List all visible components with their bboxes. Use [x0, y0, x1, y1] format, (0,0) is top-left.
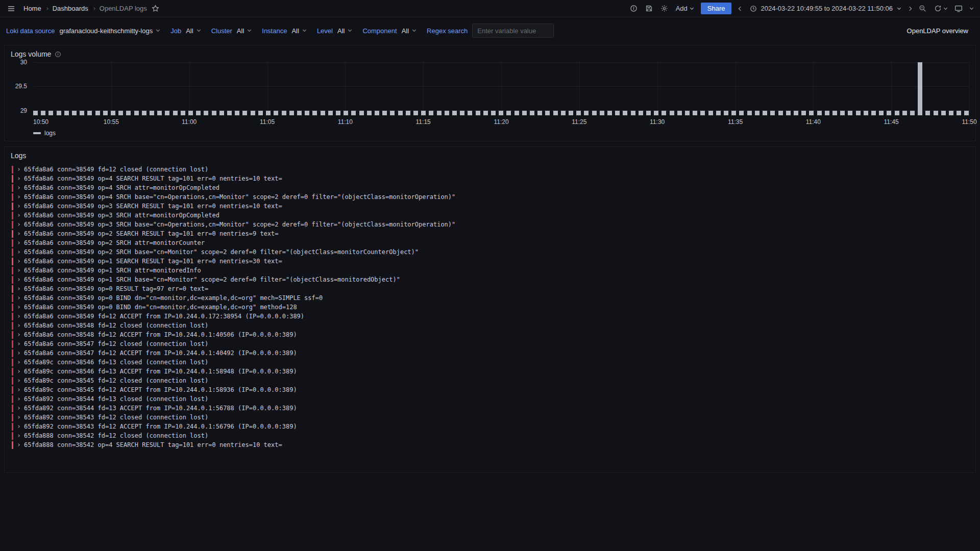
log-row[interactable]: 65fda888 conn=38542 fd=12 closed (connec…	[12, 431, 969, 440]
volume-bar[interactable]	[336, 111, 340, 115]
volume-bar[interactable]	[957, 111, 961, 115]
volume-bar[interactable]	[460, 111, 464, 115]
variable-value-dropdown[interactable]: All	[237, 27, 251, 35]
volume-bar[interactable]	[600, 111, 604, 115]
volume-bar[interactable]	[864, 111, 868, 115]
volume-bar[interactable]	[700, 111, 705, 115]
log-row[interactable]: 65fda8a6 conn=38548 fd=12 ACCEPT from IP…	[12, 330, 969, 339]
volume-bar[interactable]	[934, 111, 938, 115]
variable-value-dropdown[interactable]: All	[337, 27, 351, 35]
volume-bar[interactable]	[902, 111, 907, 115]
log-row[interactable]: 65fda8a6 conn=38549 op=0 BIND dn="cn=mon…	[12, 303, 969, 312]
log-row[interactable]: 65fda8a6 conn=38549 op=2 SRCH attr=monit…	[12, 238, 969, 247]
time-shift-forward-icon[interactable]	[908, 7, 911, 10]
settings-gear-icon[interactable]	[660, 5, 668, 12]
volume-bar[interactable]	[724, 111, 728, 115]
log-row[interactable]: 65fda8a6 conn=38549 op=1 SEARCH RESULT t…	[12, 257, 969, 266]
logs-volume-panel-header[interactable]: Logs volume	[11, 49, 969, 62]
variable-value-dropdown[interactable]: All	[291, 27, 305, 35]
log-row[interactable]: 65fda8a6 conn=38549 fd=12 closed (connec…	[12, 165, 969, 174]
volume-bar[interactable]	[413, 111, 418, 115]
log-row[interactable]: 65fda8a6 conn=38547 fd=12 ACCEPT from IP…	[12, 348, 969, 358]
volume-bar[interactable]	[639, 111, 643, 115]
volume-bar[interactable]	[33, 111, 38, 115]
volume-bar[interactable]	[561, 111, 566, 115]
volume-bar[interactable]	[747, 111, 752, 115]
volume-bar[interactable]	[351, 111, 356, 115]
volume-bar[interactable]	[289, 111, 294, 115]
volume-bar[interactable]	[437, 111, 442, 115]
volume-bar[interactable]	[662, 111, 666, 115]
volume-bar[interactable]	[390, 111, 395, 115]
log-row[interactable]: 65fda8a6 conn=38549 op=3 SEARCH RESULT t…	[12, 202, 969, 211]
volume-bar[interactable]	[445, 111, 449, 115]
volume-bar[interactable]	[731, 111, 736, 115]
log-row[interactable]: 65fda8a6 conn=38549 op=4 SRCH base="cn=O…	[12, 192, 969, 202]
volume-bar[interactable]	[615, 111, 620, 115]
volume-bar[interactable]	[522, 111, 527, 115]
volume-bar[interactable]	[266, 111, 271, 115]
volume-bar[interactable]	[677, 111, 682, 115]
volume-bar[interactable]	[305, 111, 309, 115]
volume-bar[interactable]	[848, 111, 852, 115]
volume-bar[interactable]	[344, 111, 348, 115]
collapse-nav-chevron-icon[interactable]	[970, 8, 973, 9]
panel-info-icon[interactable]	[55, 51, 61, 58]
volume-bar[interactable]	[716, 111, 721, 115]
volume-bar[interactable]	[41, 111, 45, 115]
volume-bar[interactable]	[452, 111, 457, 115]
log-row[interactable]: 65fda89c conn=38545 fd=12 ACCEPT from IP…	[12, 385, 969, 394]
kiosk-mode-monitor-icon[interactable]	[954, 5, 963, 13]
refresh-icon[interactable]	[934, 5, 942, 12]
volume-bar[interactable]	[72, 111, 77, 115]
volume-bar[interactable]	[173, 111, 178, 115]
breadcrumb-dashboards[interactable]: Dashboards	[53, 5, 88, 12]
zoom-out-icon[interactable]	[919, 5, 926, 12]
volume-bar[interactable]	[592, 111, 597, 115]
log-row[interactable]: 65fda892 conn=38544 fd=13 closed (connec…	[12, 394, 969, 404]
volume-bar[interactable]	[181, 111, 185, 115]
log-row[interactable]: 65fda89c conn=38546 fd=13 closed (connec…	[12, 358, 969, 367]
volume-bar[interactable]	[57, 111, 61, 115]
volume-bar[interactable]	[406, 111, 410, 115]
volume-bar[interactable]	[964, 111, 969, 115]
save-dashboard-icon[interactable]	[645, 5, 653, 12]
variable-value-dropdown[interactable]: grafanacloud-keithschmitty-logs	[59, 27, 159, 35]
log-row[interactable]: 65fda8a6 conn=38549 op=2 SRCH base="cn=M…	[12, 247, 969, 257]
log-row[interactable]: 65fda8a6 conn=38549 op=2 SEARCH RESULT t…	[12, 229, 969, 238]
volume-bar[interactable]	[708, 111, 713, 115]
volume-bar[interactable]	[111, 111, 115, 115]
volume-bar[interactable]	[235, 111, 239, 115]
volume-bar[interactable]	[537, 111, 542, 115]
volume-bar[interactable]	[918, 62, 922, 115]
volume-bar[interactable]	[584, 111, 589, 115]
volume-bar[interactable]	[786, 111, 791, 115]
volume-bar[interactable]	[150, 111, 154, 115]
volume-bar[interactable]	[670, 111, 674, 115]
volume-bar[interactable]	[196, 111, 201, 115]
volume-bar[interactable]	[258, 111, 263, 115]
volume-bar[interactable]	[809, 111, 814, 115]
volume-bar[interactable]	[840, 111, 845, 115]
time-shift-back-icon[interactable]	[739, 7, 742, 10]
volume-bar[interactable]	[530, 111, 534, 115]
volume-bar[interactable]	[685, 111, 690, 115]
volume-bar[interactable]	[328, 111, 333, 115]
volume-bar[interactable]	[910, 111, 915, 115]
volume-bar[interactable]	[545, 111, 550, 115]
volume-bar[interactable]	[48, 111, 53, 115]
volume-bar[interactable]	[623, 111, 627, 115]
log-row[interactable]: 65fda8a6 conn=38549 op=3 SRCH attr=monit…	[12, 211, 969, 220]
volume-bar[interactable]	[654, 111, 658, 115]
volume-bar[interactable]	[142, 111, 146, 115]
volume-bar[interactable]	[87, 111, 92, 115]
log-row[interactable]: 65fda892 conn=38543 fd=12 closed (connec…	[12, 413, 969, 422]
volume-bar[interactable]	[219, 111, 224, 115]
favorite-star-icon[interactable]	[152, 5, 159, 12]
volume-bar[interactable]	[282, 111, 286, 115]
volume-bar[interactable]	[832, 111, 837, 115]
share-button[interactable]: Share	[701, 3, 732, 14]
log-row[interactable]: 65fda892 conn=38544 fd=13 ACCEPT from IP…	[12, 404, 969, 413]
log-row[interactable]: 65fda8a6 conn=38549 op=0 BIND dn="cn=mon…	[12, 293, 969, 303]
volume-bar[interactable]	[856, 111, 861, 115]
